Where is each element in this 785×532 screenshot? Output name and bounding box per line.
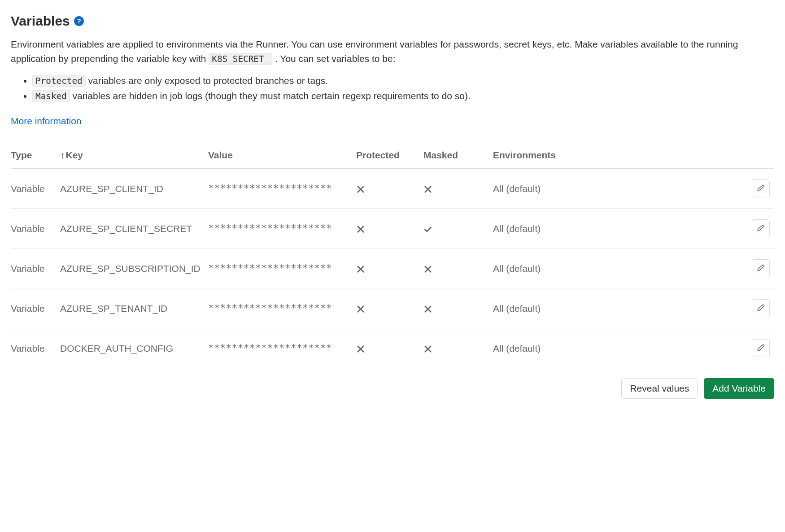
pencil-icon xyxy=(757,304,765,313)
cell-type: Variable xyxy=(11,169,60,209)
pencil-icon xyxy=(757,184,765,193)
th-protected[interactable]: Protected xyxy=(356,141,423,169)
bullet-list: Protected variables are only exposed to … xyxy=(11,74,774,103)
x-icon xyxy=(423,303,432,314)
cell-masked xyxy=(423,249,493,288)
help-icon[interactable]: ? xyxy=(74,16,84,26)
bullet-protected: Protected variables are only exposed to … xyxy=(32,74,774,88)
variables-table: Type ↑Key Value Protected Masked Environ… xyxy=(11,141,774,369)
th-value[interactable]: Value xyxy=(208,141,356,169)
cell-edit xyxy=(747,209,774,249)
table-row: VariableAZURE_SP_CLIENT_SECRET**********… xyxy=(11,209,774,249)
cell-protected xyxy=(356,288,423,328)
more-information-link[interactable]: More information xyxy=(11,114,82,128)
table-row: VariableAZURE_SP_CLIENT_ID**************… xyxy=(11,169,774,209)
cell-value: ********************* xyxy=(208,169,356,209)
page-title: Variables xyxy=(11,11,70,31)
sort-ascending-icon: ↑ xyxy=(60,148,65,162)
bullet-masked: Masked variables are hidden in job logs … xyxy=(32,89,774,103)
cell-protected xyxy=(356,209,423,249)
cell-edit xyxy=(747,249,774,288)
th-key[interactable]: ↑Key xyxy=(60,141,208,169)
cell-edit xyxy=(747,328,774,368)
cell-environments: All (default) xyxy=(493,249,747,288)
cell-key: AZURE_SP_TENANT_ID xyxy=(60,288,208,328)
description-text: Environment variables are applied to env… xyxy=(11,37,774,65)
pencil-icon xyxy=(757,264,765,273)
actions-bar: Reveal values Add Variable xyxy=(11,378,774,399)
th-masked[interactable]: Masked xyxy=(423,141,493,169)
x-icon xyxy=(356,263,365,274)
cell-edit xyxy=(747,288,774,328)
cell-value: ********************* xyxy=(208,288,356,328)
cell-environments: All (default) xyxy=(493,288,747,328)
cell-key: AZURE_SP_SUBSCRIPTION_ID xyxy=(60,249,208,288)
x-icon xyxy=(423,263,432,274)
cell-environments: All (default) xyxy=(493,209,747,249)
th-type[interactable]: Type xyxy=(11,141,60,169)
edit-button[interactable] xyxy=(752,179,770,197)
x-icon xyxy=(423,343,432,353)
pencil-icon xyxy=(757,224,765,233)
description-code: K8S_SECRET_ xyxy=(209,53,272,65)
edit-button[interactable] xyxy=(752,299,770,317)
th-key-label: Key xyxy=(66,150,83,160)
edit-button[interactable] xyxy=(752,219,770,237)
cell-key: AZURE_SP_CLIENT_SECRET xyxy=(60,209,208,249)
cell-type: Variable xyxy=(11,328,60,368)
bullet-masked-code: Masked xyxy=(32,90,70,102)
cell-type: Variable xyxy=(11,288,60,328)
cell-environments: All (default) xyxy=(493,169,747,209)
x-icon xyxy=(356,303,365,314)
x-icon xyxy=(356,223,365,234)
cell-masked xyxy=(423,328,493,368)
cell-environments: All (default) xyxy=(493,328,747,368)
x-icon xyxy=(356,343,365,353)
table-row: VariableAZURE_SP_TENANT_ID**************… xyxy=(11,288,774,328)
cell-key: DOCKER_AUTH_CONFIG xyxy=(60,328,208,368)
cell-masked xyxy=(423,209,493,249)
svg-text:?: ? xyxy=(77,17,81,25)
cell-value: ********************* xyxy=(208,209,356,249)
bullet-protected-text: variables are only exposed to protected … xyxy=(86,75,328,86)
description-part2: . You can set variables to be: xyxy=(275,53,396,64)
table-row: VariableAZURE_SP_SUBSCRIPTION_ID********… xyxy=(11,249,774,288)
x-icon xyxy=(423,183,432,194)
reveal-values-button[interactable]: Reveal values xyxy=(621,378,698,399)
cell-protected xyxy=(356,249,423,288)
cell-type: Variable xyxy=(11,209,60,249)
edit-button[interactable] xyxy=(752,339,770,357)
cell-edit xyxy=(747,169,774,209)
th-edit xyxy=(747,141,774,169)
cell-value: ********************* xyxy=(208,328,356,368)
table-row: VariableDOCKER_AUTH_CONFIG**************… xyxy=(11,328,774,368)
cell-value: ********************* xyxy=(208,249,356,288)
cell-key: AZURE_SP_CLIENT_ID xyxy=(60,169,208,209)
pencil-icon xyxy=(757,344,765,353)
edit-button[interactable] xyxy=(752,259,770,277)
add-variable-button[interactable]: Add Variable xyxy=(704,378,774,399)
cell-type: Variable xyxy=(11,249,60,288)
x-icon xyxy=(356,183,365,194)
check-icon xyxy=(423,223,432,234)
cell-masked xyxy=(423,288,493,328)
bullet-protected-code: Protected xyxy=(32,75,86,87)
cell-protected xyxy=(356,169,423,209)
cell-masked xyxy=(423,169,493,209)
cell-protected xyxy=(356,328,423,368)
bullet-masked-text: variables are hidden in job logs (though… xyxy=(70,91,471,101)
th-environments[interactable]: Environments xyxy=(493,141,747,169)
